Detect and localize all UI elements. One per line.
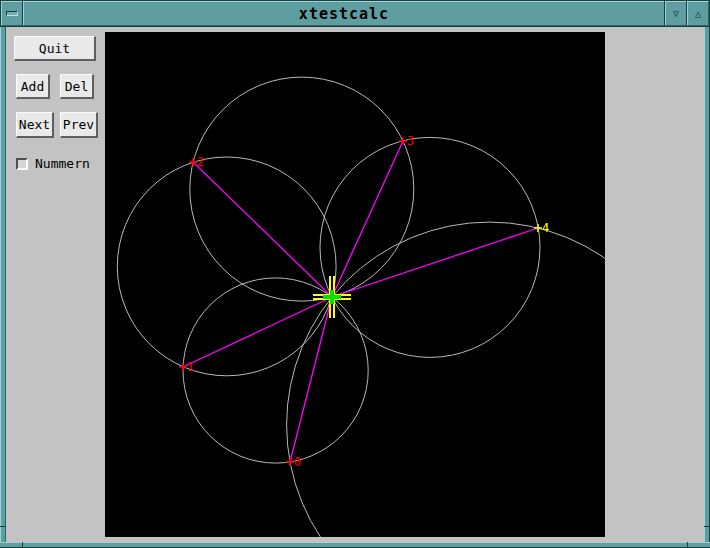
minimize-button[interactable] [1,1,23,26]
window-title[interactable]: xtestcalc [23,1,665,26]
prev-button[interactable]: Prev [60,112,98,138]
minimize-icon [6,11,18,16]
nummern-checkbox[interactable] [16,158,28,170]
range-circle [287,222,605,537]
add-button[interactable]: Add [16,74,50,99]
del-button[interactable]: Del [60,74,94,99]
maximize-button[interactable]: △ [687,1,709,26]
point-label: 1 [187,360,194,374]
app-window: xtestcalc ▽ △ Quit Add Del Next Prev Num… [0,0,710,548]
range-circle [320,137,540,357]
frame-notch [0,526,6,527]
shade-button[interactable]: ▽ [665,1,687,26]
nummern-label: Nummern [35,156,90,171]
nummern-option: Nummern [16,156,90,171]
point-label: 3 [407,134,414,148]
window-border-bottom[interactable] [0,542,710,548]
point-label: 0 [294,455,301,469]
title-bar[interactable]: xtestcalc ▽ △ [1,1,709,26]
window-border-right[interactable] [704,27,710,548]
frame-notch [704,526,710,527]
next-button[interactable]: Next [16,112,54,138]
frame-notch [687,542,688,548]
plot-drawing: 01234 [105,32,605,537]
plot-canvas[interactable]: 01234 [105,32,605,537]
bearing-line [332,141,403,297]
frame-notch [22,542,23,548]
range-circle [117,157,336,376]
bearing-line [290,297,332,462]
bearing-line [193,162,332,297]
triangle-down-icon: ▽ [673,9,679,19]
triangle-up-icon: △ [695,9,701,19]
window-border-left[interactable] [0,27,6,548]
point-label: 2 [197,155,204,169]
range-circle [183,278,368,463]
quit-button[interactable]: Quit [14,36,96,61]
bearing-line [332,228,538,297]
point-label: 4 [542,221,549,235]
